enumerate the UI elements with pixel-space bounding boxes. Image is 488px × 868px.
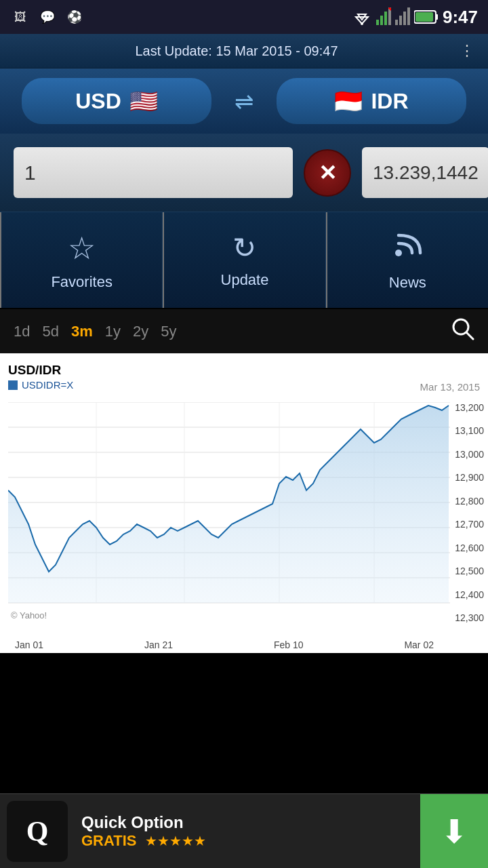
yahoo-credit: © Yahoo!	[11, 610, 47, 620]
news-rss-icon	[392, 229, 423, 267]
currency-selector: USD 🇺🇸 ⇌ 🇮🇩 IDR	[0, 68, 488, 134]
wifi-icon	[352, 7, 372, 26]
time-5d[interactable]: 5d	[42, 323, 58, 340]
y-label-13000: 13,000	[441, 449, 487, 460]
svg-rect-11	[407, 7, 410, 25]
svg-line-17	[466, 332, 473, 339]
header: Last Update: 15 Mar 2015 - 09:47 ⋮	[0, 34, 488, 68]
update-label: Update	[221, 271, 269, 289]
y-label-12600: 12,600	[441, 542, 487, 553]
signal2-icon	[395, 7, 410, 26]
last-update-text: Last Update: 15 Mar 2015 - 09:47	[14, 43, 460, 59]
swap-icon[interactable]: ⇌	[228, 87, 260, 115]
time-1d[interactable]: 1d	[14, 323, 30, 340]
x-label-jan01: Jan 01	[15, 639, 43, 650]
chart-title: USD/IDR	[0, 360, 488, 378]
time-1y[interactable]: 1y	[105, 323, 121, 340]
update-icon: ↻	[232, 231, 256, 264]
favorites-label: Favorites	[51, 273, 112, 291]
news-button[interactable]: News	[326, 212, 488, 308]
converter: ✕ 13.239,1442	[0, 134, 488, 212]
svg-point-2	[361, 22, 363, 25]
ad-banner[interactable]: Q Quick Option GRATIS ★★★★★ ⬇	[0, 793, 488, 868]
amount-input[interactable]	[14, 147, 293, 198]
y-label-13100: 13,100	[441, 425, 487, 436]
time-options: 1d 5d 3m 1y 2y 5y	[14, 323, 177, 340]
svg-rect-14	[415, 12, 433, 22]
below-chart-area	[0, 653, 488, 789]
ad-stars: ★★★★★	[145, 833, 206, 848]
y-axis-labels: 13,200 13,100 13,000 12,900 12,800 12,70…	[441, 402, 487, 623]
x-axis-labels: Jan 01 Jan 21 Feb 10 Mar 02	[8, 639, 441, 650]
chart-svg	[8, 402, 450, 630]
update-button[interactable]: ↻ Update	[163, 212, 325, 308]
ad-offer: GRATIS ★★★★★	[81, 832, 413, 850]
message-icon: 💬	[37, 7, 58, 27]
time-2y[interactable]: 2y	[133, 323, 148, 340]
ad-logo-text: Q	[26, 815, 49, 848]
y-label-12700: 12,700	[441, 519, 487, 530]
x-label-feb10: Feb 10	[274, 639, 304, 650]
time-selector: 1d 5d 3m 1y 2y 5y	[0, 309, 488, 353]
gallery-icon: 🖼	[10, 7, 30, 27]
menu-dots-button[interactable]: ⋮	[460, 42, 474, 60]
svg-rect-10	[403, 12, 406, 25]
result-value: 13.239,1442	[373, 162, 479, 184]
soccer-icon: ⚽	[64, 7, 85, 27]
ad-download-button[interactable]: ⬇	[420, 794, 488, 869]
clear-icon: ✕	[319, 160, 337, 186]
status-time: 9:47	[443, 7, 478, 28]
y-label-13200: 13,200	[441, 402, 487, 413]
status-bar: 🖼 💬 ⚽ 9:47	[0, 0, 488, 34]
svg-rect-9	[399, 16, 402, 25]
svg-rect-3	[376, 20, 379, 25]
ad-subtitle: GRATIS	[81, 832, 136, 849]
time-3m[interactable]: 3m	[71, 323, 93, 340]
svg-rect-8	[395, 20, 398, 25]
svg-rect-5	[384, 12, 387, 25]
signal-icon	[376, 7, 391, 26]
to-currency-code: IDR	[371, 89, 408, 114]
y-label-12900: 12,900	[441, 472, 487, 483]
status-icons-right: 9:47	[352, 7, 478, 28]
y-label-12300: 12,300	[441, 612, 487, 623]
y-label-12500: 12,500	[441, 566, 487, 576]
status-icons-left: 🖼 💬 ⚽	[10, 7, 85, 27]
time-5y[interactable]: 5y	[161, 323, 176, 340]
ad-title: Quick Option	[81, 813, 413, 832]
from-flag: 🇺🇸	[129, 87, 158, 115]
ad-content: Quick Option GRATIS ★★★★★	[75, 813, 420, 850]
battery-icon	[414, 9, 439, 24]
action-bar: ☆ Favorites ↻ Update News	[0, 212, 488, 309]
x-label-jan21: Jan 21	[144, 639, 173, 650]
chart-legend-box	[8, 380, 18, 390]
svg-rect-4	[380, 16, 383, 25]
svg-rect-13	[436, 14, 438, 20]
ad-logo: Q	[7, 801, 68, 862]
result-display: 13.239,1442	[362, 147, 488, 198]
to-currency-button[interactable]: 🇮🇩 IDR	[277, 78, 466, 124]
y-label-12400: 12,400	[441, 589, 487, 600]
favorites-icon: ☆	[68, 230, 96, 267]
news-label: News	[389, 274, 426, 292]
clear-button[interactable]: ✕	[304, 149, 351, 197]
favorites-button[interactable]: ☆ Favorites	[0, 212, 163, 308]
download-icon: ⬇	[441, 812, 468, 850]
chart-subtitle-text: USDIDR=X	[22, 379, 73, 391]
to-flag: 🇮🇩	[334, 87, 363, 115]
y-label-12800: 12,800	[441, 496, 487, 507]
from-currency-button[interactable]: USD 🇺🇸	[22, 78, 211, 124]
svg-point-15	[395, 250, 402, 256]
from-currency-code: USD	[75, 89, 121, 114]
chart-wrapper: USD/IDR USDIDR=X Mar 13, 2015	[0, 353, 488, 653]
chart-search-button[interactable]	[451, 317, 474, 345]
chart-container: 13,200 13,100 13,000 12,900 12,800 12,70…	[0, 395, 488, 653]
x-label-mar02: Mar 02	[404, 639, 434, 650]
